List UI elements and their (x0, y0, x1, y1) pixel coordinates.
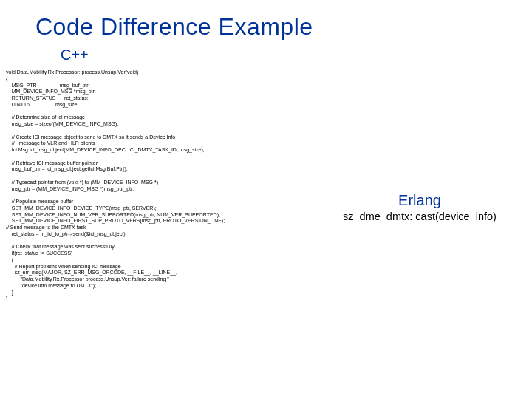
erlang-code: sz_dme_dmtx: cast(device_info) (316, 211, 523, 222)
cpp-code-block: void Data.Mobility.Rx.Processor::process… (0, 64, 340, 302)
erlang-heading: Erlang (316, 192, 523, 209)
erlang-section: Erlang sz_dme_dmtx: cast(device_info) (316, 192, 523, 222)
slide-title: Code Difference Example (0, 0, 532, 41)
cpp-heading: C++ (0, 41, 532, 64)
